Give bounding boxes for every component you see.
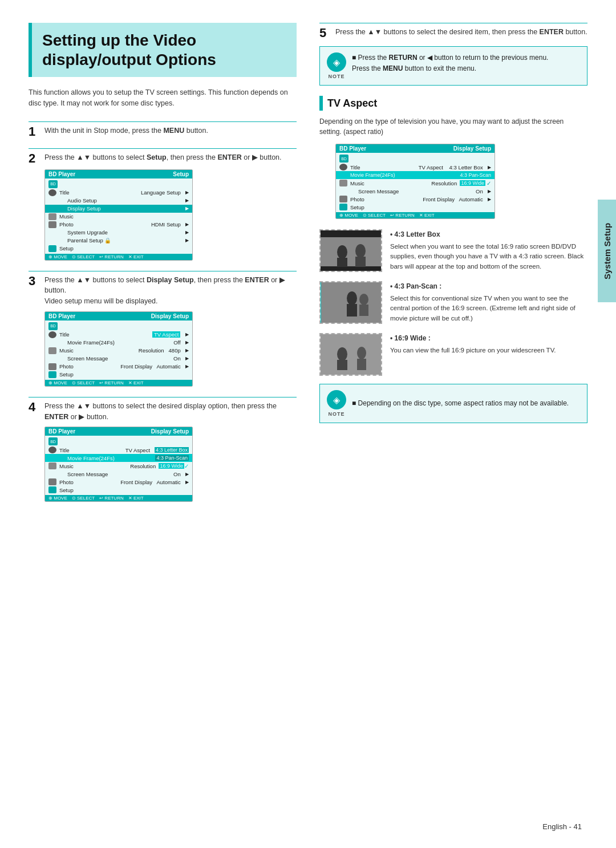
svg-rect-6 (355, 257, 366, 267)
wide-desc: • 16:9 Wide : You can view the full 16:9… (390, 333, 587, 355)
note-content: ■ Press the RETURN or ◀ button to return… (352, 52, 548, 74)
title-line2: display/output Options (42, 51, 216, 68)
page-title: Setting up the Video display/output Opti… (42, 31, 286, 69)
svg-point-8 (347, 291, 357, 305)
note-box: ◈ NOTE ■ Press the RETURN or ◀ button to… (319, 46, 587, 86)
right-column: 5 Press the ▲▼ buttons to select the des… (319, 23, 587, 825)
svg-rect-0 (321, 230, 382, 237)
svg-rect-2 (321, 237, 382, 266)
step-4-number: 4 (29, 401, 39, 413)
step-1: 1 With the unit in Stop mode, press the … (29, 121, 297, 138)
step-3-number: 3 (29, 275, 39, 287)
step-3-text: Press the ▲▼ buttons to select Display S… (44, 275, 297, 307)
svg-rect-18 (357, 359, 366, 370)
aspect-wide: • 16:9 Wide : You can view the full 16:9… (319, 333, 587, 376)
svg-rect-4 (337, 258, 347, 267)
step-4-text: Press the ▲▼ buttons to select the desir… (44, 401, 297, 423)
wide-image (319, 333, 382, 376)
step-5-number: 5 (319, 27, 330, 39)
bottom-note-box: ◈ NOTE ■ Depending on the disc type, som… (319, 384, 587, 423)
bottom-note-content: ■ Depending on the disc type, some aspec… (352, 398, 569, 409)
svg-point-17 (357, 347, 366, 359)
svg-rect-1 (321, 266, 382, 272)
display-setup-menu1: BD PlayerDisplay Setup BD Title TV Aspec… (44, 311, 193, 387)
step-2-number: 2 (29, 152, 39, 165)
step-2-text: Press the ▲▼ buttons to select Setup, th… (44, 152, 282, 163)
tv-aspect-header: TV Aspect (319, 96, 587, 111)
title-line1: Setting up the Video (42, 31, 196, 49)
intro-text: This function allows you to setup the TV… (29, 87, 297, 109)
system-setup-tab: System Setup (598, 200, 616, 302)
page-number: English - 41 (542, 822, 582, 831)
svg-point-3 (337, 245, 347, 259)
aspect-letterbox: • 4:3 Letter Box Select when you want to… (319, 229, 587, 272)
aspect-options: • 4:3 Letter Box Select when you want to… (319, 229, 587, 376)
display-setup-menu2: BD PlayerDisplay Setup BD Title TV Aspec… (44, 427, 193, 502)
step-1-text: With the unit in Stop mode, press the ME… (44, 125, 208, 136)
left-column: Setting up the Video display/output Opti… (29, 23, 297, 825)
step-3: 3 Press the ▲▼ buttons to select Display… (29, 271, 297, 387)
section-desc: Depending on the type of television you … (319, 116, 587, 137)
letterbox-desc: • 4:3 Letter Box Select when you want to… (390, 229, 587, 271)
svg-point-15 (337, 347, 347, 361)
bottom-note-icon: ◈ (327, 390, 346, 409)
svg-rect-14 (321, 334, 382, 376)
svg-point-5 (355, 244, 366, 258)
step-5: 5 Press the ▲▼ buttons to select the des… (319, 23, 587, 39)
setup-menu-screenshot: BD PlayerSetup BD Title Language Setup ▶ (44, 169, 193, 261)
svg-point-10 (359, 294, 368, 305)
section-title: TV Aspect (327, 98, 377, 109)
svg-rect-9 (347, 304, 357, 317)
bottom-note-label: NOTE (328, 411, 345, 417)
step-4: 4 Press the ▲▼ buttons to select the des… (29, 397, 297, 502)
letterbox-image (319, 229, 382, 272)
svg-rect-11 (359, 305, 368, 316)
panscan-image (319, 281, 382, 324)
note-icon: ◈ (327, 52, 346, 72)
step-1-number: 1 (29, 125, 39, 138)
section-bar (319, 96, 323, 111)
step-5-text: Press the ▲▼ buttons to select the desir… (335, 27, 587, 38)
aspect-panscan: • 4:3 Pan-Scan : Select this for convent… (319, 281, 587, 324)
panscan-desc: • 4:3 Pan-Scan : Select this for convent… (390, 281, 587, 323)
page-title-box: Setting up the Video display/output Opti… (29, 23, 297, 77)
svg-rect-16 (337, 360, 347, 370)
tv-aspect-menu-screenshot: BD PlayerDisplay Setup BD Title TV Aspec… (335, 144, 495, 219)
note-label: NOTE (328, 74, 345, 79)
step-2: 2 Press the ▲▼ buttons to select Setup, … (29, 148, 297, 261)
